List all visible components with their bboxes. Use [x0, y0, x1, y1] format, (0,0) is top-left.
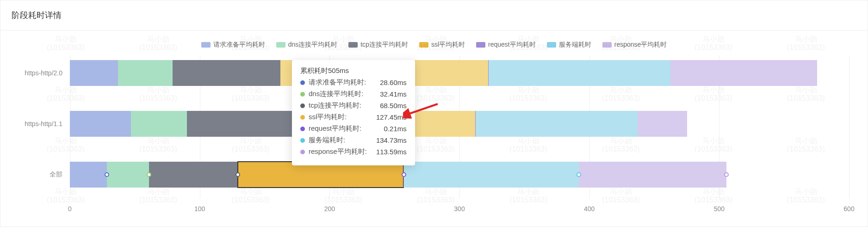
legend-item-request[interactable]: request平均耗时	[476, 41, 536, 49]
x-tick: 100	[194, 205, 205, 213]
grid-line	[849, 55, 849, 199]
bar-segment[interactable]	[173, 60, 280, 86]
tooltip-row: response平均耗时:113.59ms	[300, 147, 407, 156]
legend-item-prep[interactable]: 请求准备平均耗时	[201, 41, 265, 49]
marker-dot	[724, 172, 729, 177]
x-tick: 400	[584, 205, 595, 213]
tooltip-value: 32.41ms	[380, 90, 407, 98]
legend-label: 服务端耗时	[559, 41, 591, 49]
tooltip-label: ssl平均耗时:	[309, 113, 347, 121]
tooltip-row: dns连接平均耗时:32.41ms	[300, 90, 407, 98]
legend-swatch	[602, 42, 612, 48]
bar-segment[interactable]	[131, 111, 187, 137]
tooltip-value: 113.59ms	[376, 148, 407, 156]
legend-item-tcp[interactable]: tcp连接平均耗时	[348, 41, 408, 49]
legend-swatch	[201, 42, 211, 48]
legend-item-response[interactable]: response平均耗时	[602, 41, 667, 49]
tooltip-dot-icon	[300, 103, 305, 108]
legend-label: dns连接平均耗时	[288, 41, 338, 49]
legend-label: 请求准备平均耗时	[213, 41, 265, 49]
page-title: 阶段耗时详情	[0, 0, 868, 30]
tooltip-dot-icon	[300, 115, 305, 120]
marker-dot	[402, 172, 406, 177]
marker-dot	[105, 172, 109, 177]
legend-label: tcp连接平均耗时	[360, 41, 408, 49]
x-tick: 500	[714, 205, 725, 213]
bar-segment[interactable]	[238, 162, 403, 188]
tooltip-row: 服务端耗时:134.73ms	[300, 136, 407, 145]
bar-segment[interactable]	[638, 111, 687, 137]
bar-row[interactable]: https-http/1.1	[70, 111, 849, 137]
bar-row[interactable]: 全部	[70, 162, 849, 188]
legend-label: ssl平均耗时	[431, 41, 465, 49]
tooltip: 累积耗时505ms 请求准备平均耗时:28.60msdns连接平均耗时:32.4…	[292, 60, 415, 165]
tooltip-value: 134.73ms	[376, 136, 407, 144]
legend-item-ssl[interactable]: ssl平均耗时	[419, 41, 465, 49]
legend: 请求准备平均耗时dns连接平均耗时tcp连接平均耗时ssl平均耗时request…	[5, 38, 863, 55]
tooltip-value: 28.60ms	[380, 79, 407, 86]
bar-segment[interactable]	[118, 60, 173, 86]
svg-line-0	[407, 104, 438, 115]
tooltip-dot-icon	[300, 92, 305, 97]
plot[interactable]: 累积耗时505ms 请求准备平均耗时:28.60msdns连接平均耗时:32.4…	[70, 55, 849, 213]
chart-area[interactable]: 马小勋(10153363)马小勋(10153363)马小勋(10153363)马…	[0, 30, 868, 226]
tooltip-row: ssl平均耗时:127.45ms	[300, 113, 407, 121]
row-label: 全部	[5, 170, 65, 179]
marker-dot	[147, 172, 151, 177]
legend-item-dns[interactable]: dns连接平均耗时	[276, 41, 338, 49]
annotation-arrow	[403, 102, 440, 120]
tooltip-label: 请求准备平均耗时:	[309, 78, 366, 87]
bar-segment[interactable]	[70, 111, 131, 137]
tooltip-dot-icon	[300, 150, 305, 154]
x-tick: 0	[68, 205, 72, 213]
marker-dot	[577, 172, 581, 177]
legend-swatch	[419, 42, 428, 48]
bar-segment[interactable]	[579, 162, 726, 188]
bar-segment[interactable]	[70, 60, 118, 86]
bar-segment[interactable]	[404, 162, 579, 188]
tooltip-value: 0.21ms	[384, 125, 407, 133]
tooltip-label: response平均耗时:	[309, 147, 367, 156]
x-tick: 300	[454, 205, 465, 213]
bar-segment[interactable]	[670, 60, 817, 86]
tooltip-row: 请求准备平均耗时:28.60ms	[300, 78, 407, 87]
tooltip-label: request平均耗时:	[309, 124, 361, 133]
tooltip-row: tcp连接平均耗时:68.50ms	[300, 101, 407, 110]
tooltip-label: dns连接平均耗时:	[309, 90, 363, 98]
legend-label: response平均耗时	[614, 41, 667, 49]
bar-segment[interactable]	[187, 111, 304, 137]
bar-segment[interactable]	[476, 111, 638, 137]
tooltip-dot-icon	[300, 80, 305, 85]
bar-segment[interactable]	[70, 162, 107, 188]
bar-row[interactable]: https-http/2.0	[70, 60, 849, 86]
tooltip-dot-icon	[300, 127, 305, 131]
panel: 阶段耗时详情 马小勋(10153363)马小勋(10153363)马小勋(101…	[0, 0, 868, 227]
legend-swatch	[348, 42, 358, 48]
legend-swatch	[476, 42, 485, 48]
x-tick: 200	[324, 205, 335, 213]
bar-segment[interactable]	[489, 60, 670, 86]
row-label: https-http/1.1	[5, 120, 65, 128]
legend-item-server[interactable]: 服务端耗时	[547, 41, 591, 49]
tooltip-label: tcp连接平均耗时:	[309, 101, 361, 110]
legend-swatch	[276, 42, 285, 48]
x-tick: 600	[843, 205, 854, 213]
bar-segment[interactable]	[149, 162, 238, 188]
tooltip-title: 累积耗时505ms	[300, 67, 407, 75]
bar-segment[interactable]	[107, 162, 149, 188]
tooltip-value: 127.45ms	[376, 113, 407, 121]
tooltip-label: 服务端耗时:	[309, 136, 345, 145]
row-label: https-http/2.0	[5, 69, 65, 77]
marker-dot	[236, 172, 240, 177]
legend-label: request平均耗时	[488, 41, 536, 49]
tooltip-dot-icon	[300, 138, 305, 143]
tooltip-row: request平均耗时:0.21ms	[300, 124, 407, 133]
legend-swatch	[547, 42, 556, 48]
